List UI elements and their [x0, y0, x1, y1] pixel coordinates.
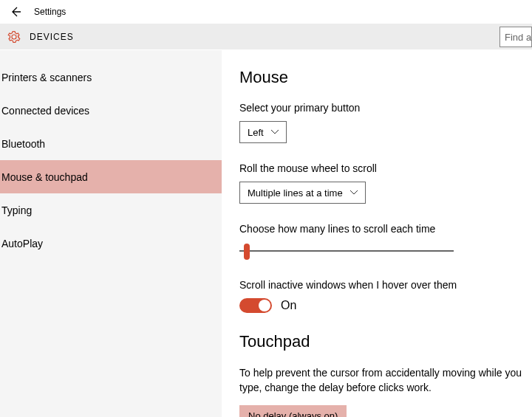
lines-label: Choose how many lines to scroll each tim… [239, 223, 532, 235]
sidebar-item-printers[interactable]: Printers & scanners [0, 61, 222, 94]
back-button[interactable] [7, 4, 24, 20]
sidebar-item-label: Typing [1, 204, 32, 216]
scroll-inactive-state: On [281, 299, 296, 312]
sidebar: Printers & scanners Connected devices Bl… [0, 50, 222, 417]
sidebar-item-label: Printers & scanners [1, 72, 92, 83]
primary-button-label: Select your primary button [239, 102, 532, 114]
gear-icon [7, 30, 21, 44]
touchpad-delay-value: No delay (always on) [248, 410, 338, 417]
main-content: Mouse Select your primary button Left Ro… [222, 50, 532, 417]
toggle-knob [259, 300, 270, 311]
sidebar-item-bluetooth[interactable]: Bluetooth [0, 127, 222, 160]
sidebar-item-label: Connected devices [1, 105, 89, 117]
sidebar-item-typing[interactable]: Typing [0, 193, 222, 227]
touchpad-heading: Touchpad [239, 332, 532, 351]
arrow-left-icon [10, 6, 21, 18]
scroll-inactive-toggle[interactable] [239, 298, 272, 313]
lines-slider[interactable] [239, 242, 454, 260]
wheel-dropdown[interactable]: Multiple lines at a time [239, 182, 366, 204]
page-title: DEVICES [30, 32, 74, 42]
touchpad-delay-dropdown[interactable]: No delay (always on) [239, 405, 347, 417]
slider-thumb[interactable] [244, 244, 250, 260]
search-placeholder: Find a [505, 32, 531, 43]
slider-track [239, 250, 454, 252]
scroll-inactive-label: Scroll inactive windows when I hover ove… [239, 279, 532, 291]
search-input[interactable]: Find a [499, 27, 532, 47]
sidebar-item-mouse-touchpad[interactable]: Mouse & touchpad [0, 160, 222, 193]
touchpad-description: To help prevent the cursor from accident… [239, 366, 532, 395]
sidebar-item-label: Bluetooth [1, 138, 45, 150]
mouse-heading: Mouse [239, 68, 532, 87]
primary-button-value: Left [248, 127, 264, 138]
chevron-down-icon [271, 130, 279, 134]
wheel-label: Roll the mouse wheel to scroll [239, 162, 532, 174]
primary-button-dropdown[interactable]: Left [239, 121, 287, 143]
sidebar-item-label: Mouse & touchpad [1, 171, 88, 183]
sidebar-item-autoplay[interactable]: AutoPlay [0, 227, 222, 260]
sidebar-item-label: AutoPlay [1, 238, 43, 249]
wheel-value: Multiple lines at a time [248, 187, 343, 199]
window-title: Settings [34, 7, 66, 17]
chevron-down-icon [350, 190, 358, 195]
sidebar-item-connected-devices[interactable]: Connected devices [0, 94, 222, 127]
